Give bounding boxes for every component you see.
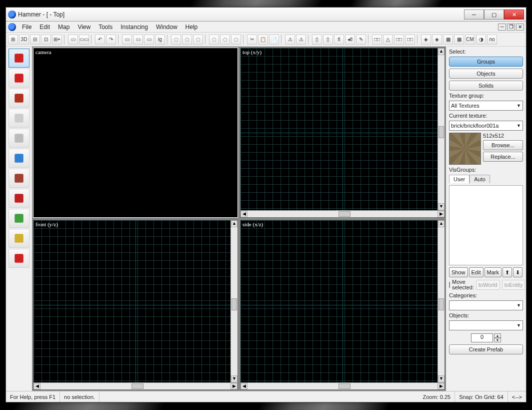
toolbar-button-6[interactable]: ▭ [68,35,78,45]
toolbar-button-14[interactable]: ▭ [144,35,154,45]
toolbar-button-9[interactable]: ↶ [95,35,105,45]
toolbar-button-21[interactable]: ◌ [209,35,219,45]
vertex-tool[interactable] [8,249,30,268]
select-objects-button[interactable]: Objects [449,69,523,79]
toolbar-button-33[interactable]: ▯ [323,35,333,45]
toolbar-button-12[interactable]: ▭ [122,35,132,45]
toolbar-button-2[interactable]: ⊟ [30,35,40,45]
toolbar-button-39[interactable]: △ [383,35,393,45]
spin-down[interactable]: ▼ [494,338,501,342]
spin-up[interactable]: ▲ [494,333,501,338]
browse-button[interactable]: Browse... [483,140,523,150]
menu-view[interactable]: View [74,23,94,32]
viewport-side[interactable]: side (x/z) ▲▼ ◀▶ [240,220,445,390]
to-world-button[interactable]: toWorld [476,280,500,290]
toolbar-button-4[interactable]: ⊞+ [52,35,62,45]
toolbar-button-44[interactable]: ◈ [432,35,442,45]
toolbar-button-48[interactable]: ◑ [476,35,486,45]
toolbar-button-15[interactable]: ig [155,35,165,45]
mark-button[interactable]: Mark [484,267,502,277]
toolbar-button-32[interactable]: ▯ [312,35,322,45]
scrollbar-vertical[interactable]: ▲▼ [230,220,238,382]
scrollbar-horizontal[interactable]: ◀▶ [240,382,444,389]
show-button[interactable]: Show [449,267,468,277]
maximize-button[interactable]: ▢ [484,10,504,20]
menu-tools[interactable]: Tools [94,23,116,32]
select-solids-button[interactable]: Solids [449,81,523,91]
toolbar-button-43[interactable]: ◈ [421,35,431,45]
toolbar-button-13[interactable]: ▭ [133,35,143,45]
camera-tool[interactable] [8,89,30,108]
categories-select[interactable]: ▼ [449,300,523,310]
visgroups-list[interactable] [449,185,523,265]
to-entity-button[interactable]: toEntity [502,280,526,290]
toolbar-button-22[interactable]: ◌ [220,35,230,45]
toolbar-button-30[interactable]: ⚠ [296,35,306,45]
mdi-minimize[interactable]: ─ [498,24,506,31]
objects-select[interactable]: ▼ [449,320,523,330]
minimize-button[interactable]: ─ [464,10,484,20]
toolbar-button-18[interactable]: ◌ [182,35,192,45]
scrollbar-vertical[interactable]: ▲▼ [438,48,444,210]
titlebar[interactable]: Hammer - [ - Top] ─ ▢ ✕ [6,8,526,22]
decal-tool[interactable] [8,189,30,208]
toolbar-button-19[interactable]: ◌ [193,35,203,45]
toolbar-button-46[interactable]: ▦ [454,35,464,45]
toolbar-button-0[interactable]: ⊞ [8,35,18,45]
toolbar-button-35[interactable]: ◂tl [345,35,355,45]
scrollbar-horizontal[interactable]: ◀▶ [34,382,238,389]
tab-auto[interactable]: Auto [470,175,490,183]
toolbar-button-41[interactable]: □□ [405,35,415,45]
up-button[interactable]: ⬆ [502,267,512,277]
menu-help[interactable]: Help [182,23,202,32]
viewport-top[interactable]: top (x/y) ▲▼ ◀▶ [240,48,445,218]
toolbar-button-45[interactable]: ▦ [443,35,453,45]
texture-tool[interactable] [8,149,30,168]
block-tool[interactable] [8,129,30,148]
toolbar-button-23[interactable]: ◌ [231,35,241,45]
toolbar-button-7[interactable]: ▭▭ [79,35,89,45]
toolbar-button-47[interactable]: CM [465,35,475,45]
selection-tool[interactable] [8,49,30,68]
mdi-close[interactable]: ✕ [516,24,524,31]
create-prefab-button[interactable]: Create Prefab [449,344,523,354]
apply-texture-tool[interactable] [8,169,30,188]
move-checkbox[interactable] [449,282,450,288]
toolbar-button-17[interactable]: ◌ [171,35,181,45]
clipping-tool[interactable] [8,229,30,248]
overlay-tool[interactable] [8,209,30,228]
menu-map[interactable]: Map [54,23,74,32]
close-button[interactable]: ✕ [504,10,524,20]
toolbar-button-25[interactable]: ✂ [247,35,257,45]
scrollbar-horizontal[interactable]: ◀▶ [240,210,444,217]
toolbar-button-26[interactable]: 📋 [258,35,268,45]
menu-window[interactable]: Window [152,23,182,32]
toolbar-button-36[interactable]: ✎ [356,35,366,45]
toolbar-button-34[interactable]: tl [334,35,344,45]
scrollbar-vertical[interactable]: ▲▼ [438,220,444,382]
menu-file[interactable]: File [18,23,36,32]
down-button[interactable]: ⬇ [513,267,522,277]
toolbar-button-27[interactable]: 📄 [269,35,279,45]
entity-tool[interactable] [8,109,30,128]
magnify-tool[interactable] [8,69,30,88]
viewport-front[interactable]: front (y/z) ▲▼ ◀▶ [33,220,238,390]
toolbar-button-3[interactable]: ⊡ [41,35,51,45]
toolbar-button-49[interactable]: no [487,35,497,45]
replace-button[interactable]: Replace... [483,152,523,162]
faces-input[interactable]: 0 [471,333,493,342]
menu-edit[interactable]: Edit [36,23,54,32]
toolbar-button-40[interactable]: □□ [394,35,404,45]
tab-user[interactable]: User [449,175,470,183]
select-groups-button[interactable]: Groups [449,57,523,67]
texture-group-select[interactable]: All Textures ▼ [449,101,523,111]
toolbar-button-29[interactable]: ⚠ [285,35,295,45]
viewport-camera[interactable]: camera [33,48,238,218]
toolbar-button-1[interactable]: 3D [19,35,29,45]
mdi-restore[interactable]: ❐ [507,24,515,31]
toolbar-button-38[interactable]: □□ [372,35,382,45]
menu-instancing[interactable]: Instancing [116,23,152,32]
edit-button[interactable]: Edit [469,267,484,277]
current-texture-select[interactable]: brick/brickfloor001a ▼ [449,121,523,131]
toolbar-button-10[interactable]: ↷ [106,35,116,45]
